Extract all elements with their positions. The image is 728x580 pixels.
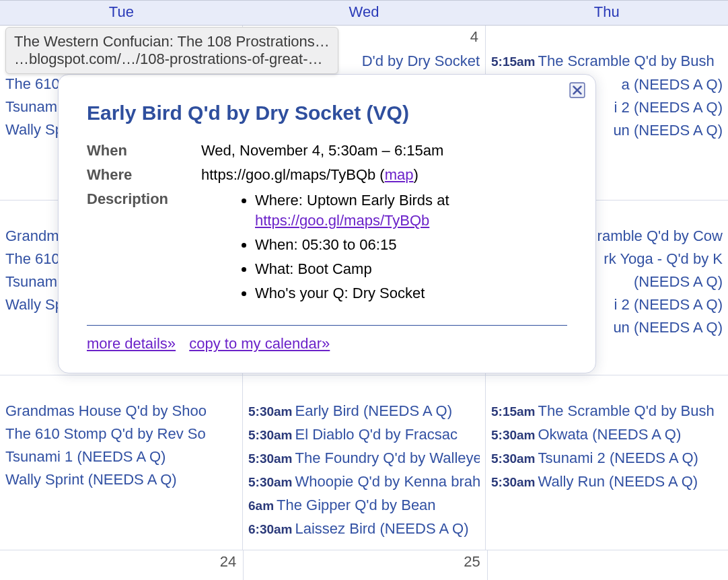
desc-where-link[interactable]: https://goo.gl/maps/TyBQb	[255, 212, 429, 229]
calendar-event[interactable]: 5:30amEl Diablo Q'd by Fracsac	[248, 423, 480, 447]
tooltip-url: …blogspot.com/…/108-prostrations-of-grea…	[14, 50, 330, 68]
event-title: The Foundry Q'd by Walleye	[295, 449, 480, 466]
event-title: The Scramble Q'd by Bush	[538, 402, 715, 419]
calendar-event[interactable]: 5:30amWhoopie Q'd by Kenna brah	[248, 470, 480, 494]
tooltip-title: The Western Confucian: The 108 Prostrati…	[14, 33, 330, 50]
when-label: When	[87, 142, 201, 159]
event-popup-title: Early Bird Q'd by Dry Socket (VQ)	[87, 102, 567, 124]
calendar-event[interactable]: 6amThe Gipper Q'd by Bean	[248, 494, 480, 517]
calendar-event[interactable]: Wally Sprint (NEEDS A Q)	[5, 468, 237, 491]
event-time: 5:30am	[491, 475, 536, 489]
event-time: 5:30am	[248, 451, 293, 466]
day-cell-wed-3[interactable]: 5:30amEarly Bird (NEEDS A Q) 5:30amEl Di…	[243, 375, 486, 550]
event-title: Tsunami 2 (NEEDS A Q)	[538, 449, 698, 466]
weekday-header-wed[interactable]: Wed	[243, 1, 486, 25]
weekday-header-thu[interactable]: Thu	[485, 1, 728, 25]
event-title: Okwata (NEEDS A Q)	[538, 426, 682, 443]
event-title: El Diablo Q'd by Fracsac	[295, 426, 458, 443]
description-list: Where: Uptown Early Birds at https://goo…	[255, 190, 567, 303]
event-time: 5:15am	[491, 404, 536, 419]
weekday-header-row: Tue Wed Thu	[0, 0, 728, 26]
popup-when-row: When Wed, November 4, 5:30am – 6:15am	[87, 142, 567, 159]
event-time: 5:30am	[491, 451, 536, 466]
more-details-link[interactable]: more details»	[87, 335, 176, 352]
desc-item-who: Who's your Q: Dry Socket	[255, 283, 567, 303]
map-link[interactable]: map	[385, 166, 414, 183]
day-cell-wed-4[interactable]: 25	[244, 550, 487, 580]
calendar-event[interactable]: 5:30amWally Run (NEEDS A Q)	[491, 470, 723, 494]
event-time: 5:30am	[248, 404, 293, 419]
calendar-event[interactable]: Grandmas House Q'd by Shoo	[5, 400, 237, 423]
desc-item-where: Where: Uptown Early Birds at https://goo…	[255, 190, 567, 231]
calendar-event[interactable]: 5:15amThe Scramble Q'd by Bush	[491, 50, 723, 73]
event-title: Whoopie Q'd by Kenna brah	[295, 473, 480, 490]
desc-item-when: When: 05:30 to 06:15	[255, 235, 567, 255]
calendar-event[interactable]: 6:30amLaissez Bird (NEEDS A Q)	[248, 517, 480, 541]
event-title: Wally Run (NEEDS A Q)	[538, 473, 698, 490]
week-row-3: Grandmas House Q'd by Shoo The 610 Stomp…	[0, 375, 728, 550]
where-label: Where	[87, 166, 201, 184]
event-title: The Scramble Q'd by Bush	[538, 52, 715, 69]
day-cell-tue-4[interactable]: 24	[0, 550, 244, 580]
popup-where-row: Where https://goo.gl/maps/TyBQb (map)	[87, 166, 567, 184]
event-time: 5:15am	[491, 55, 536, 69]
popup-description-row: Description Where: Uptown Early Birds at…	[87, 190, 567, 307]
copy-to-calendar-link[interactable]: copy to my calendar»	[189, 335, 330, 352]
popup-divider	[87, 325, 567, 326]
event-detail-popup: Early Bird Q'd by Dry Socket (VQ) When W…	[58, 74, 596, 373]
close-icon	[569, 81, 586, 99]
calendar-event[interactable]: The 610 Stomp Q'd by Rev So	[5, 423, 237, 445]
calendar-event[interactable]: Tsunami 1 (NEEDS A Q)	[5, 445, 237, 468]
calendar-event[interactable]: 5:30amThe Foundry Q'd by Walleye	[248, 447, 480, 470]
date-number[interactable]: 25	[464, 553, 480, 571]
event-time: 5:30am	[248, 428, 293, 442]
date-number[interactable]: 4	[470, 28, 478, 46]
calendar-event[interactable]: 5:30amTsunami 2 (NEEDS A Q)	[491, 447, 723, 470]
desc-where-prefix: Where: Uptown Early Birds at	[255, 192, 449, 209]
event-time: 6:30am	[248, 522, 293, 536]
day-cell-thu-3[interactable]: 5:15amThe Scramble Q'd by Bush 5:30amOkw…	[486, 375, 728, 550]
event-time: 5:30am	[248, 475, 293, 489]
date-number[interactable]: 24	[220, 553, 236, 571]
description-label: Description	[87, 190, 201, 208]
day-cell-thu-4[interactable]	[488, 550, 728, 580]
desc-item-what: What: Boot Camp	[255, 259, 567, 279]
calendar-grid: Tue Wed Thu Grandma The 610 S Tsunami Wa…	[0, 0, 728, 580]
close-button[interactable]	[569, 81, 586, 99]
calendar-event[interactable]: 5:30amEarly Bird (NEEDS A Q)	[248, 400, 480, 423]
popup-actions: more details» copy to my calendar»	[87, 335, 567, 353]
event-title: The Gipper Q'd by Bean	[277, 497, 436, 513]
calendar-event[interactable]: 5:15amThe Scramble Q'd by Bush	[491, 400, 723, 423]
weekday-header-tue[interactable]: Tue	[0, 1, 243, 25]
where-value: https://goo.gl/maps/TyBQb (map)	[201, 166, 567, 184]
calendar-event[interactable]: 5:30amOkwata (NEEDS A Q)	[491, 423, 723, 447]
where-url-text: https://goo.gl/maps/TyBQb (	[201, 166, 385, 183]
when-value: Wed, November 4, 5:30am – 6:15am	[201, 142, 567, 159]
description-value: Where: Uptown Early Birds at https://goo…	[201, 190, 567, 307]
where-suffix: )	[413, 166, 418, 183]
event-title: Laissez Bird (NEEDS A Q)	[295, 520, 469, 537]
browser-tab-tooltip: The Western Confucian: The 108 Prostrati…	[5, 27, 338, 74]
week-row-4: 24 25	[0, 550, 728, 580]
event-title: Early Bird (NEEDS A Q)	[295, 402, 453, 419]
event-time: 6am	[248, 499, 274, 513]
day-cell-tue-3[interactable]: Grandmas House Q'd by Shoo The 610 Stomp…	[0, 375, 243, 550]
event-time: 5:30am	[491, 428, 536, 442]
